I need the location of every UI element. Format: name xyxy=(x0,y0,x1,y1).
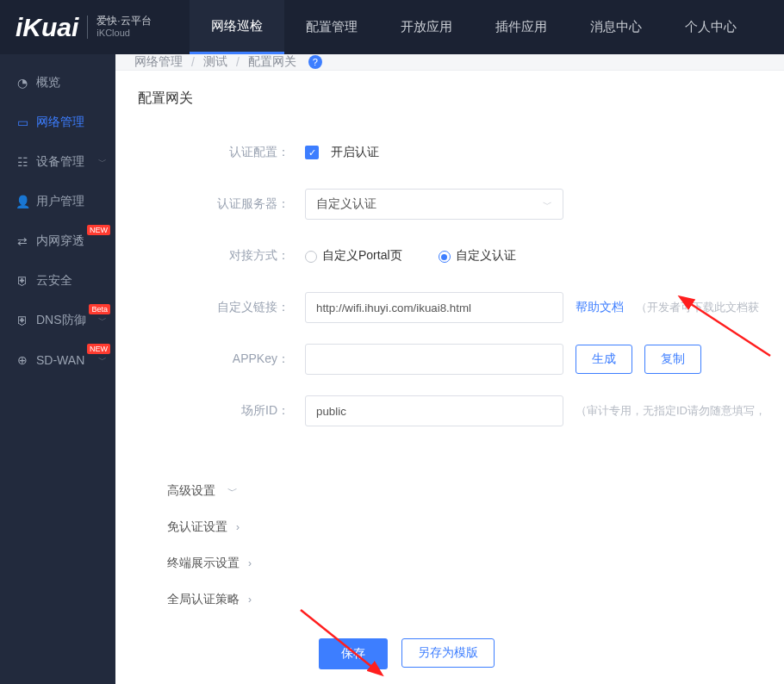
section-label: 高级设置 xyxy=(167,483,215,499)
top-nav-plugin[interactable]: 插件应用 xyxy=(474,0,569,54)
enable-auth-checkbox[interactable]: ✓ xyxy=(305,146,319,159)
chevron-right-icon: › xyxy=(248,557,252,569)
radio-portal[interactable]: 自定义Portal页 xyxy=(305,248,402,264)
venue-input[interactable] xyxy=(305,395,563,426)
section-terminal[interactable]: 终端展示设置 › xyxy=(133,545,767,581)
section-label: 免认证设置 xyxy=(167,519,227,535)
sidebar-item-overview[interactable]: ◔ 概览 xyxy=(0,63,115,103)
row-auth-server: 认证服务器： 自定义认证 ﹀ xyxy=(133,189,767,220)
breadcrumb-item: 配置网关 xyxy=(248,54,296,70)
top-nav-open-app[interactable]: 开放应用 xyxy=(379,0,474,54)
label-venue: 场所ID： xyxy=(133,403,305,419)
content: 认证配置： ✓ 开启认证 认证服务器： 自定义认证 ﹀ 对接方式： xyxy=(115,123,784,684)
radio-label: 自定义Portal页 xyxy=(322,248,402,264)
sidebar-item-label: 云安全 xyxy=(36,273,72,289)
top-nav-messages[interactable]: 消息中心 xyxy=(569,0,663,54)
sidebar-item-cloud-security[interactable]: ⛨ 云安全 xyxy=(0,261,115,301)
venue-hint: （审计专用，无指定ID请勿随意填写， xyxy=(576,403,766,419)
topbar: iKuai 爱快·云平台 iKCloud 网络巡检 配置管理 开放应用 插件应用… xyxy=(0,0,784,54)
select-value: 自定义认证 xyxy=(316,196,376,212)
new-badge: NEW xyxy=(87,344,110,354)
save-button[interactable]: 保存 xyxy=(319,638,388,669)
generate-button[interactable]: 生成 xyxy=(576,345,632,374)
auth-server-select[interactable]: 自定义认证 ﹀ xyxy=(305,189,563,220)
sidebar-item-label: 内网穿透 xyxy=(36,233,84,249)
sidebar-item-label: 概览 xyxy=(36,75,60,90)
label-docking: 对接方式： xyxy=(133,248,305,264)
sidebar: ◔ 概览 ▭ 网络管理 ☷ 设备管理 ﹀ 👤 用户管理 ⇄ 内网穿透 NEW ⛨… xyxy=(0,54,115,684)
row-appkey: APPKey： 生成 复制 xyxy=(133,344,767,375)
new-badge: NEW xyxy=(87,225,110,235)
logo-subtitle-cn: 爱快·云平台 xyxy=(96,16,151,28)
help-doc-hint: （开发者可下载此文档获 xyxy=(636,300,759,315)
label-appkey: APPKey： xyxy=(133,351,305,367)
logo-block: iKuai 爱快·云平台 iKCloud xyxy=(16,13,190,42)
radio-label: 自定义认证 xyxy=(456,248,516,264)
top-nav: 网络巡检 配置管理 开放应用 插件应用 消息中心 个人中心 xyxy=(190,0,758,54)
sdwan-icon: ⊕ xyxy=(16,353,29,367)
sidebar-item-label: DNS防御 xyxy=(36,313,86,328)
top-nav-config[interactable]: 配置管理 xyxy=(284,0,379,54)
breadcrumb: 网络管理 / 测试 / 配置网关 ? xyxy=(115,54,784,71)
shield-icon: ⛨ xyxy=(16,274,29,288)
sidebar-item-nat[interactable]: ⇄ 内网穿透 NEW xyxy=(0,221,115,261)
appkey-input[interactable] xyxy=(305,344,563,375)
logo: iKuai xyxy=(16,13,78,42)
sidebar-item-label: SD-WAN xyxy=(36,353,84,367)
row-docking: 对接方式： 自定义Portal页 自定义认证 xyxy=(133,240,767,271)
chevron-down-icon: ﹀ xyxy=(98,354,107,366)
chevron-down-icon: ﹀ xyxy=(543,198,552,211)
row-venue: 场所ID： （审计专用，无指定ID请勿随意填写， xyxy=(133,395,767,426)
main: 网络管理 / 测试 / 配置网关 ? 配置网关 认证配置： ✓ 开启认证 认证服… xyxy=(115,54,784,684)
footer-buttons: 保存 另存为模版 xyxy=(133,638,767,669)
custom-link-input[interactable] xyxy=(305,292,563,323)
label-auth-server: 认证服务器： xyxy=(133,196,305,212)
top-nav-network-inspect[interactable]: 网络巡检 xyxy=(190,0,284,54)
radio-icon xyxy=(305,251,317,263)
section-global-auth[interactable]: 全局认证策略 › xyxy=(133,581,767,618)
radio-custom-auth[interactable]: 自定义认证 xyxy=(439,248,516,264)
row-custom-link: 自定义链接： 帮助文档 （开发者可下载此文档获 xyxy=(133,292,767,323)
section-label: 全局认证策略 xyxy=(167,592,240,607)
dns-icon: ⛨ xyxy=(16,314,29,327)
chevron-right-icon: › xyxy=(236,521,240,533)
chevron-right-icon: › xyxy=(248,594,252,606)
section-label: 终端展示设置 xyxy=(167,556,240,571)
radio-icon xyxy=(439,251,451,263)
help-doc-link[interactable]: 帮助文档 xyxy=(576,300,624,315)
breadcrumb-sep: / xyxy=(191,55,195,69)
sidebar-item-dns-defense[interactable]: ⛨ DNS防御 ﹀ Beta xyxy=(0,301,115,340)
label-custom-link: 自定义链接： xyxy=(133,300,305,315)
section-advanced[interactable]: 高级设置 ﹀ xyxy=(133,473,767,509)
beta-badge: Beta xyxy=(89,304,110,314)
users-icon: 👤 xyxy=(16,195,29,208)
top-nav-personal[interactable]: 个人中心 xyxy=(663,0,758,54)
sidebar-item-users[interactable]: 👤 用户管理 xyxy=(0,182,115,221)
enable-auth-label: 开启认证 xyxy=(331,145,379,160)
sidebar-item-device[interactable]: ☷ 设备管理 ﹀ xyxy=(0,142,115,182)
chevron-down-icon: ﹀ xyxy=(227,484,238,499)
help-icon[interactable]: ? xyxy=(308,55,322,69)
sidebar-item-network[interactable]: ▭ 网络管理 xyxy=(0,103,115,142)
sidebar-item-label: 用户管理 xyxy=(36,194,84,209)
logo-subtitle-en: iKCloud xyxy=(96,28,151,39)
label-auth-config: 认证配置： xyxy=(133,145,305,160)
overview-icon: ◔ xyxy=(16,76,29,90)
device-icon: ☷ xyxy=(16,155,29,169)
row-auth-config: 认证配置： ✓ 开启认证 xyxy=(133,137,767,168)
section-noauth[interactable]: 免认证设置 › xyxy=(133,509,767,545)
breadcrumb-item[interactable]: 网络管理 xyxy=(134,54,183,70)
breadcrumb-item[interactable]: 测试 xyxy=(203,54,227,70)
sidebar-item-sdwan[interactable]: ⊕ SD-WAN ﹀ NEW xyxy=(0,340,115,380)
copy-button[interactable]: 复制 xyxy=(644,345,701,374)
network-icon: ▭ xyxy=(16,115,29,129)
save-as-template-button[interactable]: 另存为模版 xyxy=(401,638,495,668)
sidebar-item-label: 网络管理 xyxy=(36,115,84,130)
logo-subtitle: 爱快·云平台 iKCloud xyxy=(87,16,151,38)
chevron-down-icon: ﹀ xyxy=(98,314,107,326)
chevron-down-icon: ﹀ xyxy=(98,156,107,168)
page-title: 配置网关 xyxy=(115,71,784,123)
nat-icon: ⇄ xyxy=(16,234,29,248)
breadcrumb-sep: / xyxy=(236,55,240,69)
sidebar-item-label: 设备管理 xyxy=(36,154,84,170)
